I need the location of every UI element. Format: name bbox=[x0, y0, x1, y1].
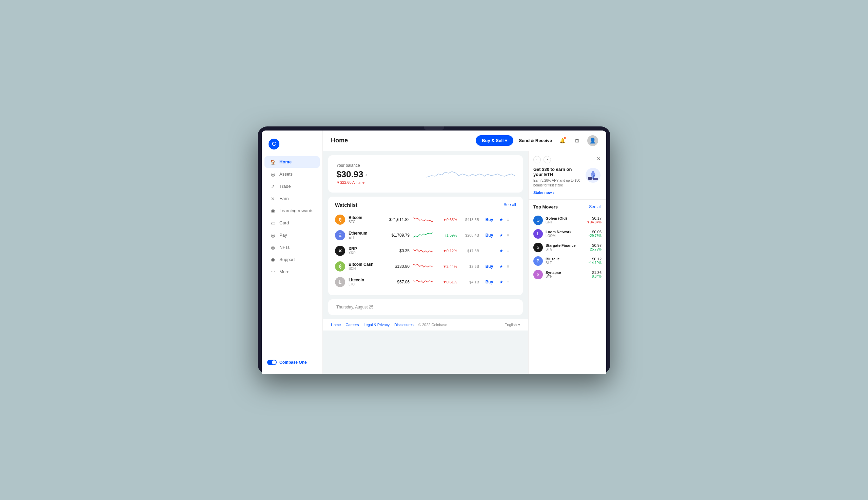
ltc-change: ▼0.61% bbox=[437, 280, 457, 284]
mover-row-gnt[interactable]: G Golem (Old) GNT $0.17 ▼34.94% bbox=[533, 214, 601, 227]
mover-row-loom[interactable]: L Loom Network LOOM $0.06 ↑29.76% bbox=[533, 227, 601, 241]
sidebar-item-trade[interactable]: ↗ Trade bbox=[264, 181, 320, 192]
syn-name: Synapse bbox=[545, 271, 588, 275]
watchlist-section: Watchlist See all ₿ Bitcoin BTC $21, bbox=[328, 197, 523, 295]
stake-now-button[interactable]: Stake now › bbox=[533, 191, 581, 195]
xrp-star-icon[interactable]: ★ bbox=[499, 249, 503, 253]
footer-home-link[interactable]: Home bbox=[331, 323, 341, 327]
movers-header: Top Movers See all bbox=[533, 204, 601, 209]
promo-prev-button[interactable]: ‹ bbox=[533, 156, 541, 163]
watchlist-title: Watchlist bbox=[335, 202, 357, 208]
laptop-frame: C 🏠 Home ◎ Assets ↗ Trade bbox=[258, 126, 610, 374]
ltc-buy-button[interactable]: Buy bbox=[483, 280, 496, 284]
promo-card: ✕ ‹ › Get $30 to earn on your ETH Earn 3… bbox=[529, 151, 606, 200]
ltc-price: $57.06 bbox=[382, 280, 409, 284]
asset-row-xrp[interactable]: ✕ XRP XRP $0.35 bbox=[328, 243, 523, 259]
blz-info: Bluzelle BLZ bbox=[545, 257, 586, 265]
btc-buy-button[interactable]: Buy bbox=[483, 217, 496, 222]
promo-text: Get $30 to earn on your ETH Earn 3.28% A… bbox=[533, 167, 581, 195]
bch-buy-button[interactable]: Buy bbox=[483, 264, 496, 269]
promo-next-button[interactable]: › bbox=[543, 156, 551, 163]
send-receive-button[interactable]: Send & Receive bbox=[519, 138, 552, 143]
blz-price-info: $0.12 ↑14.19% bbox=[588, 257, 601, 265]
sidebar-item-support[interactable]: ◉ Support bbox=[264, 254, 320, 265]
grid-menu-button[interactable]: ⊞ bbox=[572, 136, 582, 145]
laptop-notch bbox=[424, 126, 444, 130]
xrp-chart-svg bbox=[413, 246, 433, 255]
footer-legal-link[interactable]: Legal & Privacy bbox=[363, 323, 389, 327]
syn-ticker: SYN bbox=[545, 275, 588, 278]
xrp-mcap: $17.3B bbox=[460, 249, 479, 253]
promo-image bbox=[585, 167, 601, 184]
sidebar-item-learning-rewards[interactable]: ◉ Learning rewards bbox=[264, 205, 320, 217]
watchlist-see-all[interactable]: See all bbox=[504, 202, 516, 207]
balance-arrow-icon[interactable]: › bbox=[365, 172, 367, 177]
btc-mcap: $413.5B bbox=[460, 218, 479, 222]
avatar[interactable]: 👤 bbox=[587, 135, 598, 146]
trade-icon: ↗ bbox=[270, 183, 276, 190]
bch-menu-icon[interactable]: ≡ bbox=[507, 264, 509, 269]
eth-chart-svg bbox=[413, 230, 433, 240]
ltc-chart-svg bbox=[413, 277, 433, 287]
syn-icon: S bbox=[533, 270, 543, 279]
assets-icon: ◎ bbox=[270, 171, 276, 177]
btc-change: ▼0.65% bbox=[437, 218, 457, 222]
asset-row-bch[interactable]: ₿ Bitcoin Cash BCH $130.80 bbox=[328, 259, 523, 274]
ltc-star-icon[interactable]: ★ bbox=[499, 280, 503, 284]
notifications-button[interactable]: 🔔 bbox=[557, 136, 567, 145]
nfts-icon: ◎ bbox=[270, 245, 276, 250]
xrp-menu-icon[interactable]: ≡ bbox=[507, 248, 509, 253]
sidebar-item-assets[interactable]: ◎ Assets bbox=[264, 169, 320, 180]
sidebar-item-nfts[interactable]: ◎ NFTs bbox=[264, 242, 320, 253]
buy-sell-button[interactable]: Buy & Sell ▾ bbox=[476, 135, 513, 146]
promo-close-button[interactable]: ✕ bbox=[595, 155, 602, 162]
notification-badge bbox=[564, 137, 566, 139]
sidebar-item-pay[interactable]: ◎ Pay bbox=[264, 229, 320, 241]
asset-row-btc[interactable]: ₿ Bitcoin BTC $21,611.82 bbox=[328, 212, 523, 227]
language-selector[interactable]: English ▾ bbox=[505, 323, 520, 327]
ltc-menu-icon[interactable]: ≡ bbox=[507, 279, 509, 285]
sidebar-item-home[interactable]: 🏠 Home bbox=[264, 156, 320, 168]
bch-chart bbox=[413, 261, 433, 272]
eth-menu-icon[interactable]: ≡ bbox=[507, 232, 509, 238]
movers-see-all[interactable]: See all bbox=[589, 204, 601, 209]
mover-row-syn[interactable]: S Synapse SYN $1.36 ↑8.84% bbox=[533, 268, 601, 281]
btc-menu-icon[interactable]: ≡ bbox=[507, 217, 509, 223]
sidebar-item-more[interactable]: ⋯ More bbox=[264, 266, 320, 277]
footer-careers-link[interactable]: Careers bbox=[346, 323, 359, 327]
learning-rewards-icon: ◉ bbox=[270, 208, 276, 214]
syn-price: $1.36 bbox=[590, 271, 601, 275]
eth-buy-button[interactable]: Buy bbox=[483, 233, 496, 238]
app-container: C 🏠 Home ◎ Assets ↗ Trade bbox=[262, 130, 606, 374]
balance-amount: $30.93 › bbox=[336, 169, 367, 180]
sidebar-item-earn[interactable]: ✕ Earn bbox=[264, 193, 320, 204]
eth-star-icon[interactable]: ★ bbox=[499, 233, 503, 238]
ltc-info: Litecoin LTC bbox=[349, 277, 379, 286]
bch-star-icon[interactable]: ★ bbox=[499, 264, 503, 269]
promo-desc: Earn 3.28% APY and up to $30 bonus for f… bbox=[533, 178, 581, 188]
bch-info: Bitcoin Cash BCH bbox=[349, 262, 379, 271]
top-movers-section: Top Movers See all G Golem (Old) GNT bbox=[529, 200, 606, 286]
asset-row-ltc[interactable]: Ł Litecoin LTC $57.06 bbox=[328, 274, 523, 290]
footer-disclosures-link[interactable]: Disclosures bbox=[394, 323, 414, 327]
date-label: Thursday, August 25 bbox=[336, 305, 373, 309]
date-section: Thursday, August 25 bbox=[328, 299, 523, 315]
mover-row-stg[interactable]: S Stargate Finance STG $0.97 ↑25.79% bbox=[533, 241, 601, 254]
btc-star-icon[interactable]: ★ bbox=[499, 217, 503, 222]
gnt-price-info: $0.17 ▼34.94% bbox=[587, 216, 601, 224]
sidebar-item-card[interactable]: ▭ Card bbox=[264, 217, 320, 229]
eth-icon: Ξ bbox=[335, 230, 345, 240]
eth-symbol: ETH bbox=[349, 236, 379, 239]
eth-mcap: $208.4B bbox=[460, 233, 479, 237]
mover-row-blz[interactable]: B Bluzelle BLZ $0.12 ↑14.19% bbox=[533, 254, 601, 268]
stg-name: Stargate Finance bbox=[545, 243, 586, 248]
movers-title: Top Movers bbox=[533, 204, 558, 209]
eth-promo-svg bbox=[585, 167, 601, 184]
coinbase-one-toggle[interactable]: Coinbase One bbox=[262, 356, 323, 368]
syn-info: Synapse SYN bbox=[545, 271, 588, 278]
asset-row-eth[interactable]: Ξ Ethereum ETH $1,709.79 bbox=[328, 227, 523, 243]
gnt-change: ▼34.94% bbox=[587, 220, 601, 224]
gnt-icon: G bbox=[533, 216, 543, 225]
page-title: Home bbox=[331, 137, 348, 144]
loom-price: $0.06 bbox=[588, 230, 601, 234]
